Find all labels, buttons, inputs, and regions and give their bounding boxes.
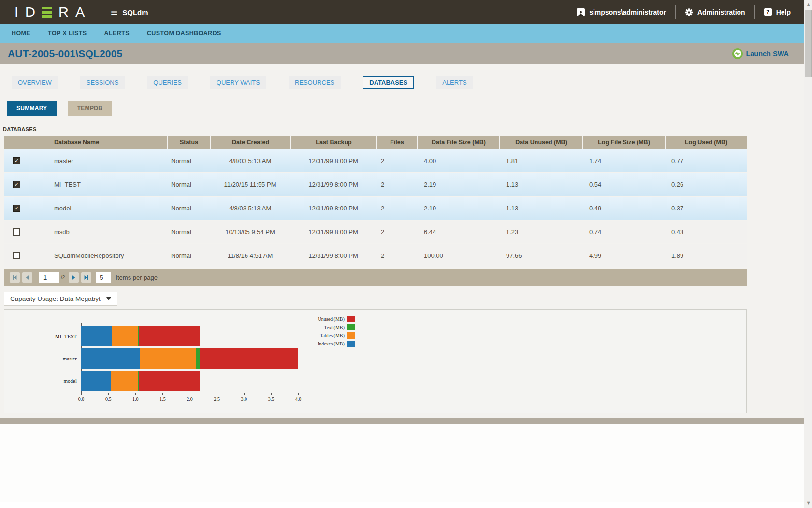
- table-row[interactable]: SQLdmMobileRepositoryNormal11/8/16 4:51 …: [4, 244, 747, 267]
- logo-letter-e: [42, 6, 52, 18]
- legend-label: Tables (MB): [320, 333, 345, 338]
- tab-resources[interactable]: RESOURCES: [289, 76, 341, 89]
- bar-segment-tables-mb: [140, 348, 196, 369]
- logo-letter: A: [75, 5, 85, 19]
- items-per-page-input[interactable]: [96, 272, 111, 283]
- top-header-bar: IDRA ≡ SQLdm simpsons\administrator: [0, 0, 812, 24]
- table-cell: 1.13: [499, 197, 582, 220]
- table-cell: 0.26: [665, 173, 747, 196]
- checkbox-cell: [4, 244, 43, 267]
- table-row[interactable]: msdbNormal10/13/05 9:54 PM12/31/99 8:00 …: [4, 221, 747, 243]
- table-cell: MI_TEST: [43, 173, 167, 196]
- column-header-data-file-size-mb: Data File Size (MB): [417, 136, 499, 149]
- legend-item-unused-mb: Unused (MB): [318, 315, 355, 323]
- app-root: IDRA ≡ SQLdm simpsons\administrator: [0, 0, 812, 508]
- tab-sessions[interactable]: SESSIONS: [80, 76, 125, 89]
- row-checkbox[interactable]: ✓: [13, 157, 20, 164]
- nav-item-custom-dashboards[interactable]: CUSTOM DASHBOARDS: [147, 30, 221, 37]
- bar-mi-test: [81, 326, 298, 346]
- help-icon: ?: [764, 8, 772, 16]
- tab-alerts[interactable]: ALERTS: [436, 76, 473, 89]
- x-tick-label: 0.0: [78, 396, 85, 402]
- chart-legend: Unused (MB)Text (MB)Tables (MB)Indexes (…: [318, 315, 355, 348]
- vertical-scrollbar[interactable]: ▲ ▼: [804, 0, 812, 508]
- table-row[interactable]: ✓MI_TESTNormal11/20/15 11:55 PM12/31/99 …: [4, 173, 747, 196]
- row-checkbox[interactable]: [13, 252, 20, 259]
- launch-swa-button[interactable]: Launch SWA: [732, 48, 789, 59]
- table-row[interactable]: ✓modelNormal4/8/03 5:13 AM12/31/99 8:00 …: [4, 197, 747, 220]
- tab-queries[interactable]: QUERIES: [147, 76, 188, 89]
- x-tick-mark: [162, 393, 163, 395]
- logo-letter: D: [25, 5, 36, 19]
- bar-segment-tables-mb: [111, 371, 138, 391]
- next-page-button[interactable]: [69, 272, 79, 283]
- help-label: Help: [776, 8, 791, 16]
- scroll-down-arrow[interactable]: ▼: [804, 499, 812, 507]
- table-cell: 97.66: [499, 244, 582, 267]
- page-input[interactable]: [39, 272, 59, 283]
- table-cell: Normal: [167, 197, 210, 220]
- x-tick-mark: [108, 393, 109, 395]
- table-cell: 12/31/99 8:00 PM: [290, 173, 376, 196]
- table-cell: Normal: [167, 149, 210, 172]
- prev-page-button[interactable]: [22, 272, 32, 283]
- table-cell: master: [43, 149, 167, 172]
- last-page-button[interactable]: [81, 272, 91, 283]
- tab-query-waits[interactable]: QUERY WAITS: [210, 76, 266, 89]
- x-tick-mark: [81, 393, 82, 395]
- bar-segment-indexes-mb: [81, 371, 111, 391]
- pagination-bar: /2 Items per page: [4, 269, 747, 286]
- scroll-thumb[interactable]: [805, 10, 812, 77]
- table-cell: SQLdmMobileRepository: [43, 244, 167, 267]
- legend-swatch: [347, 341, 355, 347]
- x-tick-label: 3.5: [268, 396, 275, 402]
- page-footer-space: [0, 424, 812, 502]
- chevron-down-icon: [106, 297, 111, 300]
- legend-label: Indexes (MB): [318, 341, 345, 346]
- administration-menu[interactable]: Administration: [685, 8, 745, 16]
- table-cell: 12/31/99 8:00 PM: [290, 149, 376, 172]
- x-tick-label: 0.5: [105, 396, 112, 402]
- table-cell: Normal: [167, 173, 210, 196]
- nav-item-alerts[interactable]: ALERTS: [104, 30, 129, 37]
- column-header-date-created: Date Created: [210, 136, 290, 149]
- table-cell: 2: [376, 197, 417, 220]
- table-cell: 11/8/16 4:51 AM: [210, 244, 290, 267]
- launch-swa-label: Launch SWA: [746, 50, 789, 58]
- product-menu[interactable]: ≡ SQLdm: [110, 8, 148, 17]
- help-menu[interactable]: ? Help: [764, 8, 791, 16]
- username-label: simpsons\administrator: [589, 8, 666, 16]
- bar-segment-indexes-mb: [81, 326, 112, 346]
- table-cell: 2.19: [417, 173, 499, 196]
- row-checkbox[interactable]: [13, 228, 20, 236]
- table-cell: 2: [376, 173, 417, 196]
- gear-icon: [685, 8, 693, 16]
- table-cell: 6.44: [417, 221, 499, 243]
- tab-databases[interactable]: DATABASES: [363, 76, 414, 89]
- column-header-log-used-mb: Log Used (MB): [665, 136, 747, 149]
- items-per-page-label: Items per page: [116, 274, 158, 281]
- subtab-tempdb[interactable]: TEMPDB: [68, 101, 112, 116]
- databases-table: Database NameStatusDate CreatedLast Back…: [4, 136, 747, 267]
- subtab-summary[interactable]: SUMMARY: [7, 101, 57, 116]
- table-cell: 2: [376, 149, 417, 172]
- table-cell: 2.19: [417, 197, 499, 220]
- column-header-database-name: Database Name: [43, 136, 167, 149]
- tab-overview[interactable]: OVERVIEW: [12, 76, 58, 89]
- hamburger-menu-icon[interactable]: ≡: [110, 8, 118, 17]
- nav-item-home[interactable]: HOME: [12, 30, 30, 37]
- x-tick-label: 2.0: [187, 396, 193, 402]
- first-page-button[interactable]: [10, 272, 20, 283]
- table-cell: 0.77: [665, 149, 747, 172]
- user-menu[interactable]: simpsons\administrator: [577, 8, 666, 16]
- nav-item-top-x-lists[interactable]: TOP X LISTS: [48, 30, 87, 37]
- row-checkbox[interactable]: ✓: [13, 205, 20, 212]
- scroll-up-arrow[interactable]: ▲: [804, 1, 812, 9]
- table-header: Database NameStatusDate CreatedLast Back…: [4, 136, 747, 149]
- table-row[interactable]: ✓masterNormal4/8/03 5:13 AM12/31/99 8:00…: [4, 149, 747, 172]
- legend-swatch: [347, 324, 355, 330]
- table-cell: 2: [376, 244, 417, 267]
- chart-plot: [81, 326, 298, 393]
- capacity-usage-dropdown[interactable]: Capacity Usage: Data Megabyt: [4, 292, 117, 306]
- row-checkbox[interactable]: ✓: [13, 181, 20, 188]
